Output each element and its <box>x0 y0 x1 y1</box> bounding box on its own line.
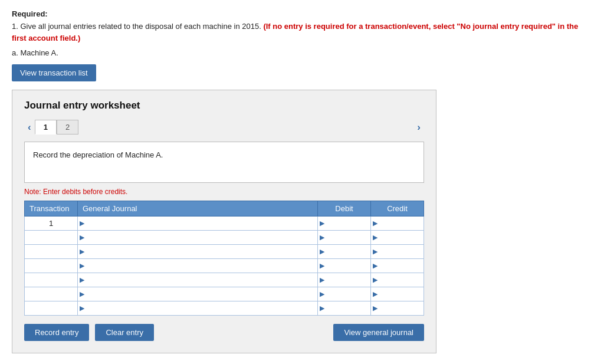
debit-input[interactable] <box>324 217 370 230</box>
debit-cell[interactable]: ▶ <box>318 231 371 245</box>
clear-entry-button[interactable]: Clear entry <box>95 324 154 341</box>
view-general-journal-button[interactable]: View general journal <box>333 324 424 341</box>
debit-arrow-icon: ▶ <box>318 234 324 241</box>
general-journal-cell[interactable]: ▶ <box>78 217 318 231</box>
general-journal-input[interactable] <box>84 259 317 273</box>
credit-input[interactable] <box>378 259 424 273</box>
transaction-num-cell: 1 <box>25 217 78 231</box>
general-journal-input[interactable] <box>84 301 317 315</box>
general-journal-cell[interactable]: ▶ <box>78 245 318 259</box>
credit-input[interactable] <box>378 287 424 301</box>
general-journal-cell[interactable]: ▶ <box>78 231 318 245</box>
view-transaction-list-button[interactable]: View transaction list <box>12 64 96 81</box>
transaction-num-cell <box>25 273 78 287</box>
credit-cell[interactable]: ▶ <box>371 217 424 231</box>
debit-cell[interactable]: ▶ <box>318 245 371 259</box>
transaction-num-cell <box>25 231 78 245</box>
dropdown-arrow-icon: ▶ <box>78 304 84 312</box>
credit-cell[interactable]: ▶ <box>371 259 424 273</box>
credit-input[interactable] <box>378 231 424 244</box>
record-entry-button[interactable]: Record entry <box>24 324 89 341</box>
credit-cell[interactable]: ▶ <box>371 245 424 259</box>
action-buttons-row: Record entry Clear entry View general jo… <box>24 324 424 341</box>
dropdown-arrow-icon: ▶ <box>78 290 84 298</box>
credit-input[interactable] <box>378 301 424 315</box>
debit-arrow-icon: ▶ <box>318 248 324 255</box>
credit-input[interactable] <box>378 245 424 258</box>
general-journal-input[interactable] <box>84 287 317 301</box>
transaction-num-cell <box>25 245 78 259</box>
table-row: ▶▶▶ <box>25 231 424 245</box>
credit-arrow-icon: ▶ <box>371 219 378 227</box>
required-label: Required: <box>12 9 592 18</box>
dropdown-arrow-icon: ▶ <box>78 276 84 284</box>
worksheet-container: Journal entry worksheet ‹ 1 2 › Record t… <box>12 90 436 353</box>
credit-arrow-icon: ▶ <box>371 234 378 241</box>
credit-input[interactable] <box>378 273 424 287</box>
table-row: ▶▶▶ <box>25 245 424 259</box>
credit-arrow-icon: ▶ <box>371 290 378 298</box>
credit-arrow-icon: ▶ <box>371 248 378 255</box>
transaction-num-cell <box>25 259 78 273</box>
col-credit: Credit <box>371 201 424 217</box>
tab-prev-button[interactable]: ‹ <box>24 120 35 135</box>
debit-input[interactable] <box>324 301 370 315</box>
machine-label: a. Machine A. <box>12 48 592 57</box>
debit-cell[interactable]: ▶ <box>318 301 371 316</box>
debit-input[interactable] <box>324 231 370 244</box>
debit-input[interactable] <box>324 245 370 258</box>
transaction-description: Record the depreciation of Machine A. <box>24 142 424 183</box>
table-row: 1▶▶▶ <box>25 217 424 231</box>
note-text: Note: Enter debits before credits. <box>24 188 424 196</box>
tab-1[interactable]: 1 <box>35 120 57 135</box>
general-journal-cell[interactable]: ▶ <box>78 287 318 301</box>
debit-arrow-icon: ▶ <box>318 276 324 284</box>
debit-cell[interactable]: ▶ <box>318 273 371 287</box>
table-row: ▶▶▶ <box>25 259 424 273</box>
debit-input[interactable] <box>324 273 370 287</box>
debit-arrow-icon: ▶ <box>318 262 324 270</box>
credit-cell[interactable]: ▶ <box>371 231 424 245</box>
general-journal-cell[interactable]: ▶ <box>78 301 318 316</box>
debit-arrow-icon: ▶ <box>318 219 324 227</box>
credit-input[interactable] <box>378 217 424 230</box>
general-journal-input[interactable] <box>84 273 317 287</box>
table-row: ▶▶▶ <box>25 301 424 316</box>
credit-arrow-icon: ▶ <box>371 304 378 312</box>
worksheet-title: Journal entry worksheet <box>24 100 424 112</box>
debit-cell[interactable]: ▶ <box>318 217 371 231</box>
debit-cell[interactable]: ▶ <box>318 259 371 273</box>
dropdown-arrow-icon: ▶ <box>78 219 84 227</box>
debit-input[interactable] <box>324 287 370 301</box>
tab-next-button[interactable]: › <box>413 120 424 135</box>
debit-input[interactable] <box>324 259 370 273</box>
general-journal-input[interactable] <box>84 231 317 244</box>
col-debit: Debit <box>318 201 371 217</box>
credit-arrow-icon: ▶ <box>371 262 378 270</box>
journal-table: Transaction General Journal Debit Credit… <box>24 201 424 316</box>
general-journal-input[interactable] <box>84 245 317 258</box>
debit-cell[interactable]: ▶ <box>318 287 371 301</box>
debit-arrow-icon: ▶ <box>318 304 324 312</box>
general-journal-cell[interactable]: ▶ <box>78 259 318 273</box>
col-general-journal: General Journal <box>78 201 318 217</box>
dropdown-arrow-icon: ▶ <box>78 262 84 270</box>
table-row: ▶▶▶ <box>25 273 424 287</box>
transaction-num-cell <box>25 287 78 301</box>
tabs-row: ‹ 1 2 › <box>24 120 424 135</box>
dropdown-arrow-icon: ▶ <box>78 248 84 255</box>
instruction-line1: 1. Give all journal entries related to t… <box>12 22 261 31</box>
credit-arrow-icon: ▶ <box>371 276 378 284</box>
credit-cell[interactable]: ▶ <box>371 301 424 316</box>
dropdown-arrow-icon: ▶ <box>78 234 84 241</box>
debit-arrow-icon: ▶ <box>318 290 324 298</box>
tab-2[interactable]: 2 <box>57 120 78 135</box>
general-journal-cell[interactable]: ▶ <box>78 273 318 287</box>
credit-cell[interactable]: ▶ <box>371 273 424 287</box>
transaction-num-cell <box>25 301 78 316</box>
table-row: ▶▶▶ <box>25 287 424 301</box>
credit-cell[interactable]: ▶ <box>371 287 424 301</box>
general-journal-input[interactable] <box>84 217 317 230</box>
col-transaction: Transaction <box>25 201 78 217</box>
